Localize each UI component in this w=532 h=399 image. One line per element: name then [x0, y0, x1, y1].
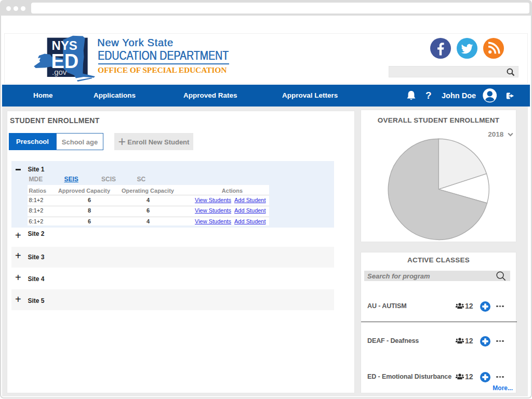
svg-text:.gov: .gov — [52, 68, 67, 76]
